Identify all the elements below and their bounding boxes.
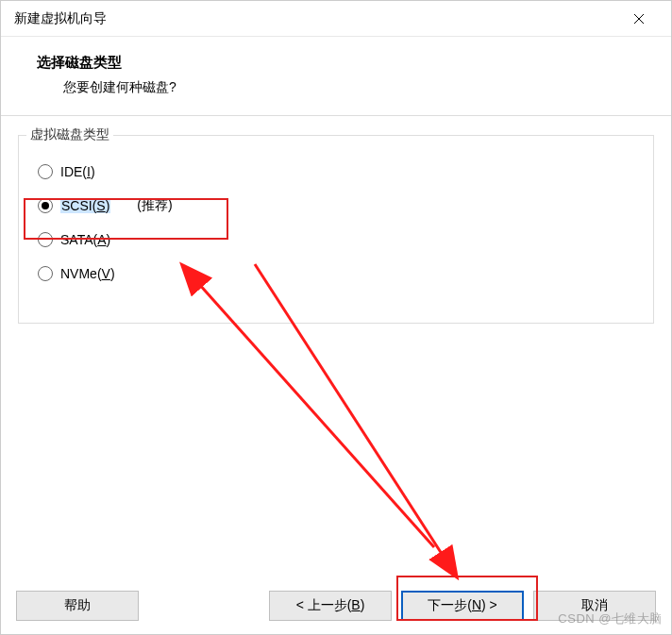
radio-sata-label[interactable]: SATA(A): [60, 232, 110, 247]
recommend-label: (推荐): [137, 197, 172, 214]
radio-ide[interactable]: [38, 164, 53, 179]
option-sata: SATA(A): [32, 223, 640, 257]
option-nvme: NVMe(V): [32, 257, 640, 291]
cancel-button[interactable]: 取消: [533, 591, 656, 621]
radio-nvme-label[interactable]: NVMe(V): [60, 266, 115, 281]
close-icon: [633, 13, 645, 25]
button-bar: 帮助 < 上一步(B) 下一步(N) > 取消: [1, 579, 671, 634]
content-area: 虚拟磁盘类型 IDE(I) SCSI(S) (推荐) SATA(A) NVMe(…: [1, 116, 671, 579]
radio-scsi[interactable]: [38, 198, 53, 213]
back-button[interactable]: < 上一步(B): [269, 591, 392, 621]
help-button[interactable]: 帮助: [16, 591, 139, 621]
page-subtitle: 您要创建何种磁盘?: [37, 79, 654, 96]
button-left-group: 帮助: [16, 591, 139, 621]
close-button[interactable]: [620, 4, 658, 34]
disk-type-group: 虚拟磁盘类型 IDE(I) SCSI(S) (推荐) SATA(A) NVMe(…: [18, 135, 654, 324]
radio-scsi-label[interactable]: SCSI(S): [60, 198, 110, 213]
titlebar: 新建虚拟机向导: [1, 1, 671, 37]
button-right-group: < 上一步(B) 下一步(N) > 取消: [269, 591, 656, 621]
wizard-window: 新建虚拟机向导 选择磁盘类型 您要创建何种磁盘? 虚拟磁盘类型 IDE(I) S…: [0, 0, 672, 635]
wizard-header: 选择磁盘类型 您要创建何种磁盘?: [1, 37, 671, 116]
radio-sata[interactable]: [38, 232, 53, 247]
page-title: 选择磁盘类型: [37, 54, 654, 72]
window-title: 新建虚拟机向导: [14, 10, 107, 27]
radio-nvme[interactable]: [38, 266, 53, 281]
group-label: 虚拟磁盘类型: [26, 126, 113, 143]
next-button[interactable]: 下一步(N) >: [401, 591, 524, 621]
option-ide: IDE(I): [32, 155, 640, 189]
radio-ide-label[interactable]: IDE(I): [60, 164, 95, 179]
option-scsi: SCSI(S) (推荐): [32, 189, 640, 223]
